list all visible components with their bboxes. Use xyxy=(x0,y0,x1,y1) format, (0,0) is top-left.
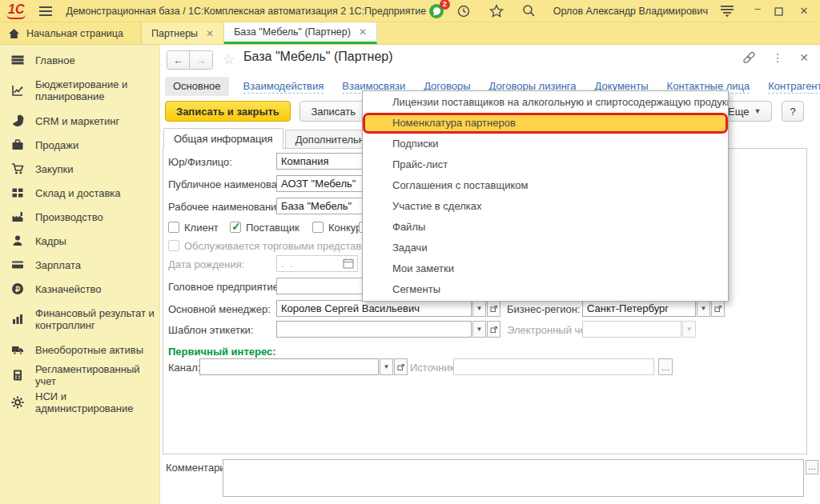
e-receipt-input[interactable] xyxy=(582,321,681,338)
sidebar-item-warehouse[interactable]: Склад и доставка xyxy=(0,181,159,205)
comment-textarea[interactable] xyxy=(223,459,804,497)
minimize-button[interactable]: – xyxy=(751,2,764,14)
source-input[interactable] xyxy=(453,358,654,375)
sidebar-item-regulated-accounting[interactable]: Регламентированный учет xyxy=(0,362,159,389)
help-button[interactable]: ? xyxy=(782,101,804,122)
nav-main[interactable]: Основное xyxy=(165,77,229,96)
sidebar-item-treasury[interactable]: ₽ Казначейство xyxy=(0,277,159,301)
sidebar-item-sales[interactable]: Продажи xyxy=(0,133,159,157)
tab-partners[interactable]: Партнеры ✕ xyxy=(142,22,224,44)
bar-chart-icon xyxy=(11,313,24,326)
save-button[interactable]: Записать xyxy=(299,101,367,122)
close-tab-icon[interactable]: ✕ xyxy=(206,28,214,39)
menu-item-price-list[interactable]: Прайс-лист xyxy=(363,154,728,175)
save-and-close-button[interactable]: Записать и закрыть xyxy=(165,101,291,122)
sidebar-item-main[interactable]: Главное xyxy=(0,48,159,72)
close-tab-icon[interactable]: ✕ xyxy=(359,26,367,38)
client-checkbox-label[interactable]: Клиент xyxy=(184,222,219,234)
sidebar-item-crm[interactable]: CRM и маркетинг xyxy=(0,109,159,133)
menu-item-tasks[interactable]: Задачи xyxy=(363,238,728,258)
sidebar-item-production[interactable]: Производство xyxy=(0,205,159,229)
maximize-button[interactable] xyxy=(774,6,787,16)
forward-button[interactable]: → xyxy=(190,51,212,69)
label-template-label: Шаблон этикетки: xyxy=(168,324,253,336)
get-link-icon[interactable] xyxy=(742,51,756,64)
e-receipt-dropdown-button[interactable]: ▼ xyxy=(682,321,696,338)
page-title: База "Мебель" (Партнер) xyxy=(243,50,393,64)
menu-item-files[interactable]: Файлы xyxy=(363,217,728,238)
card-icon xyxy=(11,258,24,271)
manager-input[interactable] xyxy=(276,300,472,317)
sidebar-item-hr[interactable]: Кадры xyxy=(0,229,159,253)
discussions-icon[interactable]: 2 xyxy=(428,3,444,19)
competitor-checkbox[interactable] xyxy=(312,222,324,233)
business-region-dropdown-button[interactable]: ▼ xyxy=(697,300,710,317)
ruble-icon: ₽ xyxy=(11,282,24,295)
menu-item-my-notes[interactable]: Мои заметки xyxy=(363,258,728,279)
menu-item-deal-participation[interactable]: Участие в сделках xyxy=(363,196,728,217)
supplier-checkbox[interactable] xyxy=(230,222,241,233)
current-user[interactable]: Орлов Александр Владимирович xyxy=(553,6,708,17)
section-sidebar: Главное Бюджетирование и планирование CR… xyxy=(0,45,160,504)
favorites-star-icon[interactable] xyxy=(488,2,505,20)
1c-logo: 1С xyxy=(6,2,26,19)
ledger-icon xyxy=(11,369,24,382)
sidebar-item-budgeting[interactable]: Бюджетирование и планирование xyxy=(0,72,159,109)
source-dots-button[interactable]: … xyxy=(658,358,673,375)
head-company-label: Головное предприятие: xyxy=(168,281,282,293)
window-tab-bar: Начальная страница Партнеры ✕ База "Мебе… xyxy=(0,22,820,45)
briefcase-icon xyxy=(11,138,24,151)
nav-counterparties[interactable]: Контрагенты xyxy=(768,80,820,94)
sidebar-item-purchasing[interactable]: Закупки xyxy=(0,157,159,181)
comment-dots-button[interactable]: … xyxy=(806,460,818,474)
primary-interest-label: Первичный интерес: xyxy=(168,346,276,358)
sidebar-item-financial-result[interactable]: Финансовый результат и контроллинг xyxy=(0,301,159,338)
business-region-open-button[interactable] xyxy=(711,300,725,317)
tab-general-info[interactable]: Общая информация xyxy=(163,128,283,149)
tab-partner-card[interactable]: База "Мебель" (Партнер) ✕ xyxy=(224,22,377,44)
nav-interactions[interactable]: Взаимодействия xyxy=(243,80,324,94)
more-menu-kebab-icon[interactable]: ⋮ xyxy=(772,51,783,64)
manager-open-button[interactable] xyxy=(487,300,500,317)
service-menu-icon[interactable] xyxy=(718,2,736,20)
channel-open-button[interactable] xyxy=(394,358,408,375)
add-favorite-star-icon[interactable]: ☆ xyxy=(223,51,235,68)
label-template-open-button[interactable] xyxy=(487,321,500,338)
manager-dropdown-button[interactable]: ▼ xyxy=(472,300,486,317)
label-template-dropdown-button[interactable]: ▼ xyxy=(472,321,486,338)
supplier-checkbox-label[interactable]: Поставщик xyxy=(246,222,299,234)
menu-lines-icon xyxy=(11,54,24,66)
cart-icon xyxy=(11,162,24,175)
sidebar-item-salary[interactable]: Зарплата xyxy=(0,253,159,277)
menu-item-supplier-agreements[interactable]: Соглашения с поставщиком xyxy=(363,175,728,196)
tab-home-label: Начальная страница xyxy=(26,28,123,39)
business-region-input[interactable] xyxy=(582,300,696,317)
close-window-button[interactable]: ✕ xyxy=(798,5,810,17)
tab-home[interactable]: Начальная страница xyxy=(0,22,142,44)
main-menu-icon[interactable] xyxy=(37,2,54,20)
menu-item-segments[interactable]: Сегменты xyxy=(363,279,728,300)
channel-input[interactable] xyxy=(199,358,379,375)
client-checkbox[interactable] xyxy=(168,222,179,233)
titlebar: 1С Демонстрационная база / 1С:Комплексна… xyxy=(0,0,820,22)
notification-badge: 2 xyxy=(440,0,450,10)
history-icon[interactable] xyxy=(455,2,472,20)
sidebar-item-fixed-assets[interactable]: Внеоборотные активы xyxy=(0,338,159,362)
manager-label: Основной менеджер: xyxy=(168,303,271,315)
channel-dropdown-button[interactable]: ▼ xyxy=(380,358,393,375)
menu-item-subscriptions[interactable]: Подписки xyxy=(363,134,728,154)
close-form-icon[interactable]: ✕ xyxy=(799,51,809,64)
menu-item-licenses[interactable]: Лицензии поставщиков на алкогольную и сп… xyxy=(363,92,728,113)
menu-item-partner-nomenclature[interactable]: Номенклатура партнеров xyxy=(363,113,728,134)
channel-label: Канал: xyxy=(168,362,200,374)
calendar-icon[interactable] xyxy=(343,258,354,269)
planning-chart-icon xyxy=(11,84,24,97)
home-icon xyxy=(8,28,20,39)
search-icon[interactable] xyxy=(521,2,538,20)
sidebar-item-nsi-admin[interactable]: НСИ и администрирование xyxy=(0,389,159,416)
legal-entity-label: Юр/Физлицо: xyxy=(168,156,232,168)
label-template-input[interactable] xyxy=(276,321,472,338)
contracts-dropdown-menu: Лицензии поставщиков на алкогольную и сп… xyxy=(362,90,729,302)
serviced-by-reps-checkbox[interactable] xyxy=(168,240,179,251)
back-button[interactable]: ← xyxy=(167,51,190,69)
